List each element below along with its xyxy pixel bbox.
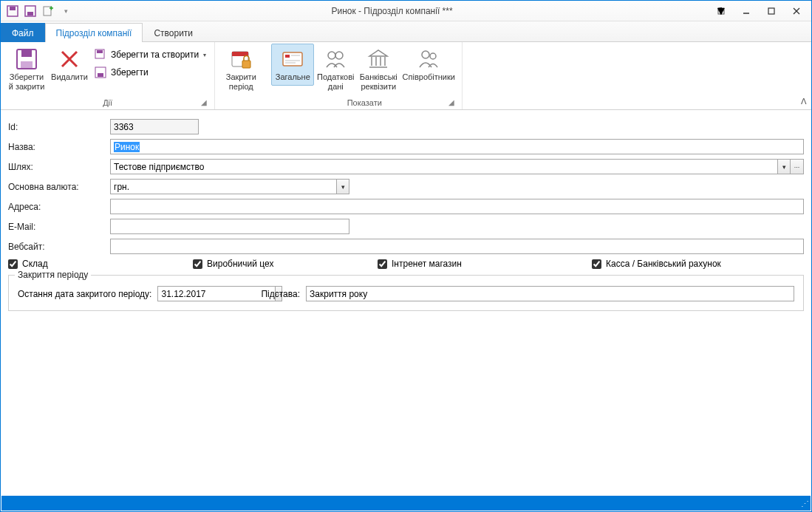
svg-rect-23: [285, 55, 290, 58]
path-browse-icon[interactable]: ···: [791, 159, 804, 174]
svg-rect-3: [27, 12, 33, 16]
resize-grip-icon[interactable]: ⋰: [801, 499, 809, 509]
last-date-field[interactable]: [157, 286, 275, 301]
svg-rect-16: [97, 50, 103, 53]
period-fieldset: Закриття періоду Остання дата закритого …: [8, 275, 804, 311]
close-period-label: Закрити період: [222, 72, 260, 92]
card-icon: [281, 47, 304, 71]
qat-save-close-icon[interactable]: [5, 4, 20, 18]
check-cash[interactable]: Касса / Банківський рахунок: [592, 259, 721, 269]
show-employees-label: Співробітники: [403, 72, 455, 82]
chevron-down-icon: ▾: [203, 52, 206, 58]
show-employees-button[interactable]: Співробітники: [400, 44, 457, 86]
show-general-button[interactable]: Загальне: [271, 44, 314, 86]
tab-division[interactable]: Підрозділ компанії: [45, 23, 143, 42]
show-bank-label: Банківські реквізити: [359, 72, 398, 92]
period-legend: Закриття періоду: [15, 270, 91, 280]
id-field: [110, 119, 199, 134]
svg-point-27: [328, 52, 335, 59]
check-workshop[interactable]: Виробничий цех: [193, 259, 378, 269]
ribbon: Зберегти й закрити Видалити Зберегти та …: [1, 42, 811, 110]
dialog-launcher-icon[interactable]: ◢: [447, 98, 456, 107]
bank-icon: [366, 47, 390, 71]
svg-point-35: [430, 53, 436, 59]
show-bank-button[interactable]: Банківські реквізити: [357, 44, 400, 95]
ribbon-group-show: Загальне Податкові дані Банківські рекві…: [267, 42, 463, 109]
address-label: Адреса:: [8, 202, 110, 212]
qat-save-icon[interactable]: [23, 4, 38, 18]
show-tax-label: Податкові дані: [316, 72, 355, 92]
address-field[interactable]: [110, 199, 804, 214]
close-period-button[interactable]: Закрити період: [219, 44, 262, 95]
quick-access-toolbar: ▾: [5, 4, 73, 18]
svg-rect-12: [21, 61, 33, 68]
delete-button[interactable]: Видалити: [48, 44, 91, 86]
ribbon-collapse-icon[interactable]: ᐱ: [801, 97, 807, 106]
name-label: Назва:: [8, 142, 110, 152]
save-create-label: Зберегти та створити: [111, 50, 199, 60]
calendar-lock-icon: [229, 47, 253, 71]
save-create-icon: [95, 49, 106, 61]
last-date-label: Остання дата закритого періоду:: [18, 289, 151, 299]
email-label: E-Mail:: [8, 222, 110, 232]
check-eshop[interactable]: Інтренет магазин: [378, 259, 592, 269]
show-general-label: Загальне: [276, 72, 310, 82]
svg-point-28: [335, 52, 343, 59]
delete-icon: [58, 47, 81, 71]
employees-icon: [417, 47, 440, 71]
path-field[interactable]: [110, 159, 777, 174]
svg-rect-22: [283, 52, 302, 66]
save-close-icon: [15, 47, 38, 71]
tab-create[interactable]: Створити: [143, 23, 204, 42]
check-warehouse[interactable]: Склад: [8, 259, 193, 269]
reason-field[interactable]: [306, 286, 794, 301]
reason-label: Підстава:: [261, 289, 300, 299]
save-close-label: Зберегти й закрити: [7, 72, 46, 92]
delete-label: Видалити: [51, 72, 88, 82]
show-tax-button[interactable]: Податкові дані: [314, 44, 357, 95]
restore-down-icon[interactable]: ⯆: [711, 4, 731, 18]
dialog-launcher-icon[interactable]: ◢: [199, 98, 208, 107]
maximize-button[interactable]: [761, 4, 782, 18]
qat-customize-icon[interactable]: ▾: [58, 4, 73, 18]
svg-rect-18: [98, 73, 103, 77]
qat-save-new-icon[interactable]: [41, 4, 55, 18]
name-field[interactable]: Ринок: [110, 139, 804, 154]
save-close-button[interactable]: Зберегти й закрити: [5, 44, 48, 95]
path-dropdown-icon[interactable]: ▾: [777, 159, 791, 174]
website-label: Вебсайт:: [8, 242, 110, 252]
currency-field[interactable]: [110, 179, 336, 194]
ribbon-tabs: Файл Підрозділ компанії Створити: [1, 21, 811, 42]
window-controls: ⯆: [711, 4, 807, 18]
svg-rect-21: [242, 61, 250, 68]
email-field[interactable]: [110, 219, 349, 234]
save-button[interactable]: Зберегти: [91, 64, 210, 81]
tab-file[interactable]: Файл: [1, 23, 45, 42]
close-button[interactable]: [786, 4, 807, 18]
window-title: Ринок - Підрозділ компанії ***: [73, 6, 711, 16]
currency-dropdown-icon[interactable]: ▾: [336, 179, 349, 194]
statusbar: ⋰: [1, 496, 811, 511]
svg-point-34: [422, 51, 429, 58]
path-label: Шлях:: [8, 162, 110, 172]
currency-label: Основна валюта:: [8, 182, 110, 192]
svg-rect-11: [21, 50, 32, 57]
minimize-button[interactable]: [736, 4, 757, 18]
website-field[interactable]: [110, 239, 804, 254]
titlebar: ▾ Ринок - Підрозділ компанії *** ⯆: [1, 1, 811, 21]
svg-rect-7: [768, 8, 774, 14]
svg-rect-1: [10, 7, 16, 10]
id-label: Id:: [8, 122, 110, 132]
people-icon: [324, 47, 347, 71]
ribbon-group-close-period: Закрити період: [215, 42, 267, 109]
group-label-actions: Дії ◢: [5, 97, 210, 109]
form-area: Id: Назва: Ринок Шлях: ▾ ··· Основна вал…: [1, 110, 811, 311]
save-icon: [95, 66, 106, 78]
group-label-show: Показати ◢: [271, 97, 457, 109]
save-label: Зберегти: [111, 67, 149, 78]
ribbon-group-actions: Зберегти й закрити Видалити Зберегти та …: [1, 42, 215, 109]
save-and-create-button[interactable]: Зберегти та створити ▾: [91, 47, 210, 63]
